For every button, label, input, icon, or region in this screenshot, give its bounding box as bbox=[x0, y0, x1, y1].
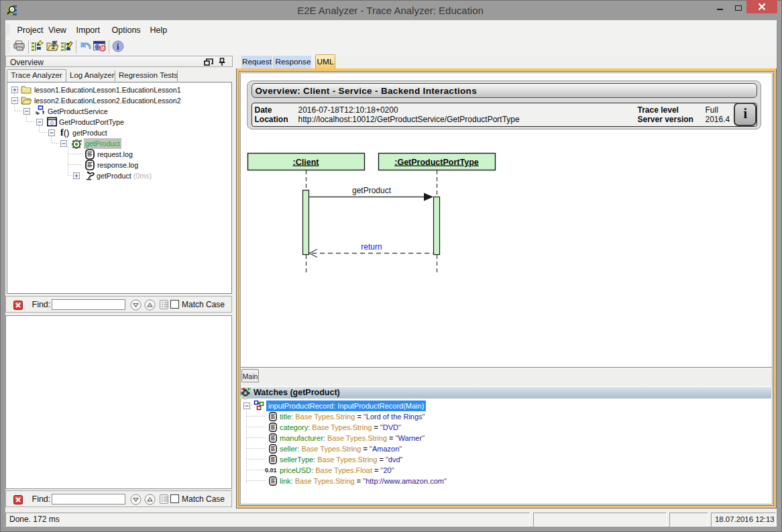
svg-text:i: i bbox=[117, 42, 119, 52]
svg-text:return: return bbox=[361, 242, 382, 252]
svg-text::GetProductPortType: :GetProductPortType bbox=[394, 158, 479, 167]
svg-text:2: 2 bbox=[52, 44, 55, 50]
svg-text:i: i bbox=[97, 44, 98, 50]
svg-text:getProduct: getProduct bbox=[352, 186, 392, 195]
svg-text::Client: :Client bbox=[293, 158, 320, 167]
